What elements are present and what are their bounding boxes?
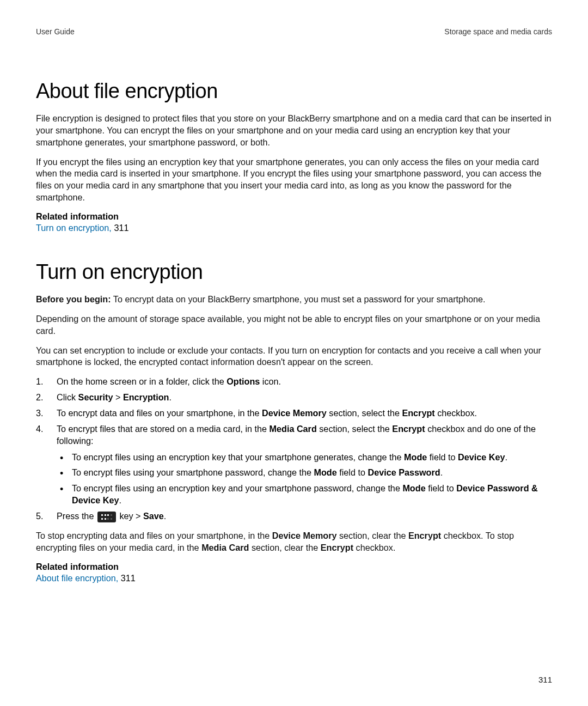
- steps-list: On the home screen or in a folder, click…: [36, 376, 552, 522]
- ui-term: Security: [78, 392, 113, 402]
- step-text: To encrypt files that are stored on a me…: [57, 424, 270, 434]
- ui-term: Mode: [402, 483, 425, 493]
- ui-term: Device Memory: [272, 531, 337, 540]
- before-you-begin: Before you begin: To encrypt data on you…: [36, 294, 552, 306]
- body-paragraph: Depending on the amount of storage space…: [36, 313, 552, 337]
- menu-key-icon: [97, 512, 116, 522]
- ui-term: Options: [226, 376, 260, 386]
- ui-term: Encrypt: [321, 543, 353, 552]
- step-item: On the home screen or in a folder, click…: [36, 376, 552, 388]
- heading-about-file-encryption: About file encryption: [36, 80, 552, 103]
- related-info-heading: Related information: [36, 211, 552, 222]
- page-number: 311: [538, 675, 552, 684]
- ui-term: Media Card: [201, 543, 249, 552]
- ui-term: Device Password: [367, 467, 440, 477]
- step-item: Press the key > Save.: [36, 510, 552, 522]
- header-right: Storage space and media cards: [444, 27, 552, 36]
- related-link-page: 311: [114, 223, 128, 233]
- step-text: section, select the: [317, 424, 393, 434]
- ui-term: Mode: [314, 467, 337, 477]
- body-text: checkbox.: [353, 543, 395, 552]
- bullet-text: field to: [426, 483, 457, 493]
- bullet-text: field to: [427, 452, 458, 462]
- step-text: Click: [57, 392, 78, 402]
- step-text: key >: [117, 511, 143, 521]
- bullet-text: .: [119, 495, 121, 505]
- bullet-text: To encrypt files using an encryption key…: [72, 483, 402, 493]
- step-text: .: [169, 392, 171, 402]
- ui-term: Mode: [404, 452, 427, 462]
- body-text: section, clear the: [337, 531, 408, 540]
- bullet-text: To encrypt files using your smartphone p…: [72, 467, 314, 477]
- ui-term: Encrypt: [402, 408, 434, 418]
- sub-bullets: To encrypt files using an encryption key…: [57, 452, 552, 507]
- link-about-file-encryption[interactable]: About file encryption,: [36, 573, 118, 583]
- step-text: section, select the: [327, 408, 402, 418]
- bullet-text: .: [505, 452, 507, 462]
- body-text: To stop encrypting data and files on you…: [36, 531, 272, 540]
- ui-term: Save: [143, 511, 164, 521]
- body-paragraph: File encryption is designed to protect f…: [36, 113, 552, 149]
- closing-paragraph: To stop encrypting data and files on you…: [36, 530, 552, 554]
- step-text: On the home screen or in a folder, click…: [57, 376, 226, 386]
- body-paragraph: You can set encryption to include or exc…: [36, 345, 552, 369]
- step-text: checkbox.: [435, 408, 477, 418]
- related-link-row: About file encryption, 311: [36, 573, 552, 583]
- step-text: >: [113, 392, 122, 402]
- bullet-text: field to: [337, 467, 368, 477]
- step-text: Press the: [57, 511, 96, 521]
- bullet-item: To encrypt files using your smartphone p…: [57, 467, 552, 479]
- heading-turn-on-encryption: Turn on encryption: [36, 260, 552, 284]
- ui-term: Encrypt: [392, 424, 425, 434]
- ui-term: Device Memory: [262, 408, 327, 418]
- before-begin-text: To encrypt data on your BlackBerry smart…: [111, 294, 486, 304]
- ui-term: Device Key: [458, 452, 505, 462]
- page-header: User Guide Storage space and media cards: [36, 27, 552, 36]
- body-paragraph: If you encrypt the files using an encryp…: [36, 156, 552, 204]
- ui-term: Encrypt: [408, 531, 441, 540]
- ui-term: Media Card: [270, 424, 317, 434]
- bullet-item: To encrypt files using an encryption key…: [57, 452, 552, 464]
- related-info-heading: Related information: [36, 562, 552, 572]
- step-text: To encrypt data and files on your smartp…: [57, 408, 262, 418]
- before-begin-label: Before you begin:: [36, 294, 111, 304]
- bullet-text: .: [440, 467, 443, 477]
- related-link-row: Turn on encryption, 311: [36, 223, 552, 233]
- link-turn-on-encryption[interactable]: Turn on encryption,: [36, 223, 112, 233]
- body-text: section, clear the: [249, 543, 320, 552]
- step-text: .: [164, 511, 167, 521]
- step-text: icon.: [260, 376, 281, 386]
- step-item: To encrypt data and files on your smartp…: [36, 407, 552, 419]
- step-item: To encrypt files that are stored on a me…: [36, 423, 552, 507]
- related-link-page: 311: [121, 573, 136, 583]
- ui-term: Encryption: [123, 392, 169, 402]
- bullet-item: To encrypt files using an encryption key…: [57, 483, 552, 507]
- header-left: User Guide: [36, 27, 75, 36]
- step-item: Click Security > Encryption.: [36, 392, 552, 404]
- bullet-text: To encrypt files using an encryption key…: [72, 452, 404, 462]
